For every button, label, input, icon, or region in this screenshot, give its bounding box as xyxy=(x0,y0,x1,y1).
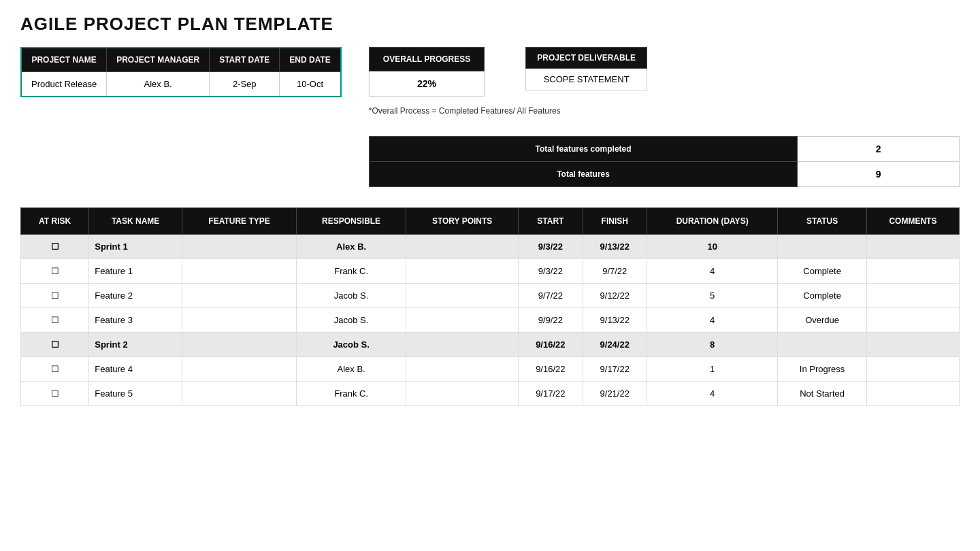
col-start-date: START DATE xyxy=(210,48,280,72)
responsible-cell: Alex B. xyxy=(297,357,406,382)
project-info-row: Product Release Alex B. 2-Sep 10-Oct xyxy=(21,72,341,97)
totals-row-completed: Total features completed 2 xyxy=(369,137,959,162)
col-status: STATUS xyxy=(778,208,867,235)
feature-type-cell xyxy=(182,382,297,406)
task-table-header-row: AT RISK TASK NAME FEATURE TYPE RESPONSIB… xyxy=(21,208,960,235)
col-feature-type: FEATURE TYPE xyxy=(182,208,297,235)
duration-cell: 4 xyxy=(647,259,777,284)
story-points-cell xyxy=(406,382,519,406)
status-cell: Complete xyxy=(778,259,867,284)
table-row: ☐Feature 5Frank C.9/17/229/21/224Not Sta… xyxy=(21,382,960,406)
at-risk-cell: ☐ xyxy=(21,259,89,284)
totals-total-label: Total features xyxy=(369,162,797,187)
start-cell: 9/7/22 xyxy=(519,284,583,308)
col-task-name: TASK NAME xyxy=(89,208,182,235)
start-cell: 9/16/22 xyxy=(519,357,583,382)
status-cell: Overdue xyxy=(778,308,867,333)
duration-cell: 4 xyxy=(647,382,777,406)
start-cell: 9/3/22 xyxy=(519,235,583,259)
table-row: ☐Sprint 2Jacob S.9/16/229/24/228 xyxy=(21,333,960,357)
responsible-cell: Jacob S. xyxy=(297,284,406,308)
task-table: AT RISK TASK NAME FEATURE TYPE RESPONSIB… xyxy=(20,207,960,406)
at-risk-cell: ☐ xyxy=(21,284,89,308)
formula-note: *Overall Process = Completed Features/ A… xyxy=(369,106,960,116)
task-name-cell: Feature 1 xyxy=(89,259,182,284)
col-end-date: END DATE xyxy=(280,48,341,72)
col-project-manager: PROJECT MANAGER xyxy=(107,48,210,72)
col-start: START xyxy=(519,208,583,235)
story-points-cell xyxy=(406,235,519,259)
col-comments: COMMENTS xyxy=(866,208,959,235)
at-risk-cell: ☐ xyxy=(21,382,89,406)
start-cell: 9/17/22 xyxy=(519,382,583,406)
story-points-cell xyxy=(406,259,519,284)
comments-cell xyxy=(866,382,959,406)
totals-total-value: 9 xyxy=(798,162,960,187)
col-project-name: PROJECT NAME xyxy=(21,48,107,72)
finish-cell: 9/21/22 xyxy=(583,382,647,406)
task-name-cell: Sprint 1 xyxy=(89,235,182,259)
feature-type-cell xyxy=(182,235,297,259)
project-info-table: PROJECT NAME PROJECT MANAGER START DATE … xyxy=(20,47,342,97)
table-row: ☐Feature 2Jacob S.9/7/229/12/225Complete xyxy=(21,284,960,308)
at-risk-cell: ☐ xyxy=(21,357,89,382)
finish-cell: 9/17/22 xyxy=(583,357,647,382)
status-cell xyxy=(778,235,867,259)
start-date-value: 2-Sep xyxy=(210,72,280,97)
status-cell: In Progress xyxy=(778,357,867,382)
comments-cell xyxy=(866,235,959,259)
totals-table: Total features completed 2 Total feature… xyxy=(369,136,960,187)
responsible-cell: Frank C. xyxy=(297,259,406,284)
finish-cell: 9/13/22 xyxy=(583,308,647,333)
task-name-cell: Feature 3 xyxy=(89,308,182,333)
totals-completed-value: 2 xyxy=(798,137,960,162)
col-finish: FINISH xyxy=(583,208,647,235)
comments-cell xyxy=(866,333,959,357)
top-section: PROJECT NAME PROJECT MANAGER START DATE … xyxy=(20,47,960,187)
overall-progress-value: 22% xyxy=(369,71,484,97)
duration-cell: 8 xyxy=(647,333,777,357)
scope-statement: SCOPE STATEMENT xyxy=(526,69,647,90)
task-name-cell: Feature 2 xyxy=(89,284,182,308)
comments-cell xyxy=(866,259,959,284)
at-risk-cell: ☐ xyxy=(21,235,89,259)
responsible-cell: Alex B. xyxy=(297,235,406,259)
deliverable-header: PROJECT DELIVERABLE xyxy=(526,48,647,69)
start-cell: 9/9/22 xyxy=(519,308,583,333)
story-points-cell xyxy=(406,333,519,357)
status-cell: Not Started xyxy=(778,382,867,406)
col-at-risk: AT RISK xyxy=(21,208,89,235)
duration-cell: 10 xyxy=(647,235,777,259)
finish-cell: 9/7/22 xyxy=(583,259,647,284)
duration-cell: 5 xyxy=(647,284,777,308)
duration-cell: 4 xyxy=(647,308,777,333)
task-name-cell: Sprint 2 xyxy=(89,333,182,357)
project-name-value: Product Release xyxy=(21,72,107,97)
start-cell: 9/16/22 xyxy=(519,333,583,357)
page-title: AGILE PROJECT PLAN TEMPLATE xyxy=(20,14,960,35)
status-cell xyxy=(778,333,867,357)
overall-progress-header: OVERALL PROGRESS xyxy=(369,48,484,71)
comments-cell xyxy=(866,284,959,308)
finish-cell: 9/12/22 xyxy=(583,284,647,308)
finish-cell: 9/24/22 xyxy=(583,333,647,357)
story-points-cell xyxy=(406,308,519,333)
right-section: OVERALL PROGRESS 22% PROJECT DELIVERABLE xyxy=(369,47,960,187)
feature-type-cell xyxy=(182,284,297,308)
col-responsible: RESPONSIBLE xyxy=(297,208,406,235)
col-duration: DURATION (DAYS) xyxy=(647,208,777,235)
task-name-cell: Feature 4 xyxy=(89,357,182,382)
start-cell: 9/3/22 xyxy=(519,259,583,284)
feature-type-cell xyxy=(182,308,297,333)
table-row: ☐Feature 4Alex B.9/16/229/17/221In Progr… xyxy=(21,357,960,382)
col-story-points: STORY POINTS xyxy=(406,208,519,235)
status-cell: Complete xyxy=(778,284,867,308)
at-risk-cell: ☐ xyxy=(21,308,89,333)
comments-cell xyxy=(866,308,959,333)
end-date-value: 10-Oct xyxy=(280,72,341,97)
comments-cell xyxy=(866,357,959,382)
overall-progress-table: OVERALL PROGRESS 22% xyxy=(369,47,485,97)
story-points-cell xyxy=(406,357,519,382)
duration-cell: 1 xyxy=(647,357,777,382)
at-risk-cell: ☐ xyxy=(21,333,89,357)
